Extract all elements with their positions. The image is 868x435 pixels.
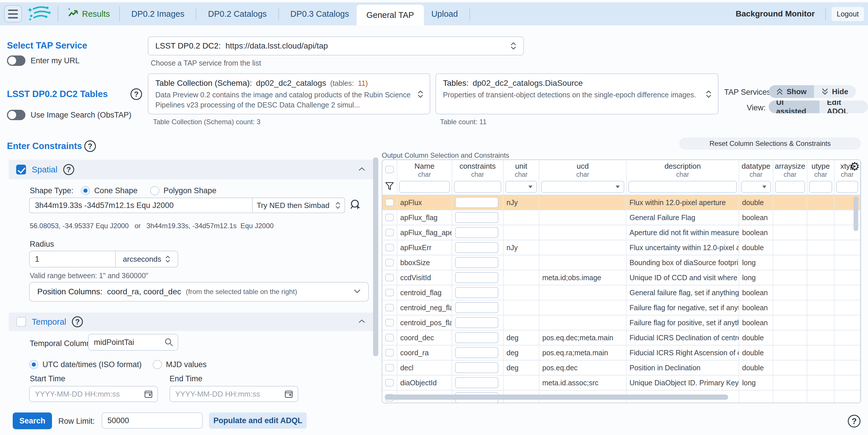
filter-xtype-input[interactable] <box>836 181 858 193</box>
table-vertical-scrollbar[interactable] <box>854 196 858 231</box>
row-checkbox[interactable] <box>385 319 394 327</box>
row-checkbox[interactable] <box>385 379 394 386</box>
view-ui-assisted-button[interactable]: UI assisted <box>769 100 819 113</box>
filter-ucd-input[interactable] <box>541 181 624 193</box>
row-constraint-input[interactable] <box>455 377 498 388</box>
tap-services-hide-button[interactable]: Hide <box>814 85 856 98</box>
cone-shape-radio[interactable] <box>81 186 90 195</box>
temporal-checkbox[interactable] <box>16 317 26 327</box>
radius-unit-select[interactable]: arcseconds <box>116 251 178 268</box>
utc-radio-option[interactable]: UTC date/times (ISO format) <box>29 360 142 369</box>
row-checkbox[interactable] <box>385 334 394 341</box>
filter-datatype-input[interactable] <box>741 181 771 193</box>
table-row[interactable]: centroid_flag General failure flag, set … <box>382 285 861 301</box>
tab-upload[interactable]: Upload <box>424 3 465 24</box>
table-row[interactable]: centroid_pos_flag Failure flag for posit… <box>382 315 861 331</box>
background-monitor-button[interactable]: Background Monitor <box>730 9 821 19</box>
utc-radio[interactable] <box>29 360 38 369</box>
tap-service-select[interactable]: LSST DP0.2 DC2: https://data.lsst.cloud/… <box>148 36 524 56</box>
tab-dp02-catalogs[interactable]: DP0.2 Catalogs <box>200 3 274 24</box>
filter-name-input[interactable] <box>399 181 450 193</box>
select-all-checkbox[interactable] <box>385 166 394 173</box>
polygon-shape-radio-option[interactable]: Polygon Shape <box>150 186 216 195</box>
table-collection-select[interactable]: Table Collection (Schema): dp02_dc2_cata… <box>148 73 430 114</box>
cone-shape-radio-option[interactable]: Cone Shape <box>81 186 137 195</box>
enter-my-url-toggle[interactable] <box>7 56 25 66</box>
end-time-input[interactable] <box>169 386 298 402</box>
filter-utype-input[interactable] <box>809 181 832 193</box>
spatial-help-icon[interactable]: ? <box>63 164 74 175</box>
row-constraint-input[interactable] <box>455 257 498 268</box>
table-row[interactable]: bboxSize Bounding box of diaSource footp… <box>382 255 861 270</box>
radius-input[interactable] <box>29 251 116 268</box>
row-checkbox[interactable] <box>385 289 394 297</box>
row-constraint-input[interactable] <box>455 212 498 223</box>
row-constraint-input[interactable] <box>455 272 498 283</box>
table-row[interactable]: coord_dec deg pos.eq.dec;meta.main Fiduc… <box>382 331 861 345</box>
constraints-panel-scrollbar[interactable] <box>373 157 378 356</box>
table-row[interactable]: diaObjectId meta.id.assoc;src Unique Dia… <box>382 375 861 391</box>
filter-arraysize-input[interactable] <box>775 181 805 193</box>
tab-dp02-images[interactable]: DP0.2 Images <box>124 3 192 24</box>
tab-general-tap[interactable]: General TAP <box>356 5 424 25</box>
start-time-input[interactable] <box>29 386 158 402</box>
temporal-column-search-icon[interactable] <box>164 338 174 348</box>
row-constraint-input[interactable] <box>455 197 498 208</box>
mjd-radio-option[interactable]: MJD values <box>153 360 207 369</box>
tables-select[interactable]: Tables: dp02_dc2_catalogs.DiaSource Prop… <box>435 73 718 114</box>
resolver-select[interactable]: Try NED then Simbad <box>252 197 345 213</box>
polygon-shape-radio[interactable] <box>150 186 159 195</box>
menu-hamburger-button[interactable] <box>4 5 22 23</box>
row-checkbox[interactable] <box>385 244 394 251</box>
tab-dp03-catalogs[interactable]: DP0.3 Catalogs <box>283 3 356 24</box>
start-time-calendar-icon[interactable] <box>144 390 153 400</box>
filter-constraints-input[interactable] <box>454 181 501 193</box>
use-image-search-toggle[interactable] <box>7 110 25 120</box>
row-constraint-input[interactable] <box>455 227 498 238</box>
table-horizontal-scrollbar[interactable] <box>384 395 728 400</box>
row-constraint-input[interactable] <box>455 362 498 373</box>
constraints-help-icon[interactable]: ? <box>84 141 96 152</box>
table-row[interactable]: coord_ra deg pos.eq.ra;meta.main Fiducia… <box>382 345 861 361</box>
table-row[interactable]: apFlux_flag_apert Aperture did not fit w… <box>382 225 861 240</box>
row-checkbox[interactable] <box>385 304 394 311</box>
page-help-icon[interactable]: ? <box>848 415 861 428</box>
end-time-calendar-icon[interactable] <box>284 390 293 400</box>
row-limit-input[interactable] <box>102 412 203 429</box>
tab-results[interactable]: Results <box>62 7 115 20</box>
mjd-radio[interactable] <box>153 360 162 369</box>
table-row[interactable]: apFlux_flag General Failure Flag boolean <box>382 210 861 225</box>
view-edit-adql-button[interactable]: Edit ADQL <box>819 100 868 113</box>
row-constraint-input[interactable] <box>455 347 498 358</box>
row-constraint-input[interactable] <box>455 302 498 313</box>
filter-description-input[interactable] <box>628 181 737 193</box>
spatial-checkbox[interactable] <box>16 165 26 175</box>
table-settings-gear-icon[interactable]: ⚙ <box>849 161 860 172</box>
filter-unit-input[interactable] <box>505 181 537 193</box>
filter-funnel-icon[interactable] <box>385 182 394 192</box>
resolve-position-search-icon[interactable] <box>349 198 362 213</box>
position-columns-select[interactable]: Position Columns: coord_ra, coord_dec (f… <box>29 282 369 302</box>
logout-button[interactable]: Logout <box>832 7 864 21</box>
table-row[interactable]: apFluxErr nJy Flux uncertainty within 12… <box>382 240 861 255</box>
row-checkbox[interactable] <box>385 259 394 266</box>
row-constraint-input[interactable] <box>455 242 498 253</box>
row-checkbox[interactable] <box>385 199 394 206</box>
spatial-collapse-icon[interactable] <box>358 167 366 173</box>
tables-help-icon[interactable]: ? <box>130 88 142 100</box>
temporal-collapse-icon[interactable] <box>358 319 366 325</box>
row-constraint-input[interactable] <box>455 287 498 298</box>
reset-column-selections-button[interactable]: Reset Column Selections & Constraints <box>679 137 861 150</box>
table-row[interactable]: apFlux nJy Flux within 12.0-pixel apertu… <box>382 195 861 210</box>
search-button[interactable]: Search <box>13 412 52 429</box>
table-row[interactable]: decl deg pos.eq.dec Position in Declinat… <box>382 361 861 375</box>
table-row[interactable]: ccdVisitId meta.id;obs.image Unique ID o… <box>382 270 861 285</box>
row-checkbox[interactable] <box>385 274 394 281</box>
tap-services-show-button[interactable]: Show <box>769 85 814 98</box>
row-checkbox[interactable] <box>385 364 394 371</box>
temporal-help-icon[interactable]: ? <box>72 316 83 327</box>
row-checkbox[interactable] <box>385 229 394 236</box>
row-constraint-input[interactable] <box>455 317 498 328</box>
position-input[interactable] <box>29 197 252 213</box>
populate-adql-button[interactable]: Populate and edit ADQL <box>209 412 307 429</box>
